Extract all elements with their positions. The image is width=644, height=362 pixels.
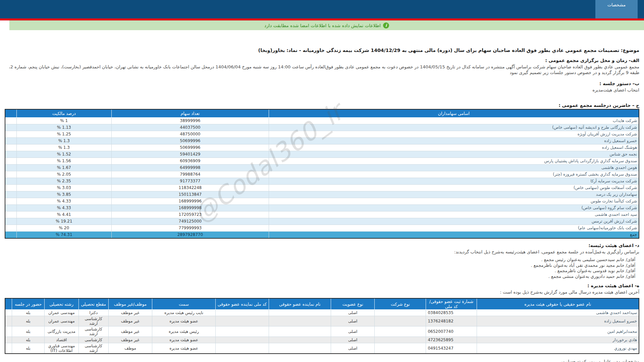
table-cell: % 4.33 (16, 198, 112, 204)
table-cell: 0491543247 (426, 343, 477, 354)
table-cell: % 1.3 (16, 137, 112, 144)
table-cell-empty (5, 218, 16, 225)
table-cell: 44037500 (112, 124, 269, 131)
table-cell: % 1.67 (16, 164, 112, 171)
section-b-title: ب– دستور جلسه : (5, 81, 639, 86)
table-row: شرکت مدیریت ارزش آفرینان آویژه48750000% … (5, 131, 639, 137)
total-label: جمع (269, 231, 639, 238)
table-cell: اصلی (331, 310, 374, 316)
col-membership-type: نوع عضویت (331, 298, 374, 310)
section-e-body: آخرین اعضای هیئت مدیره درسال مالی مورد گ… (5, 289, 639, 295)
section-a-body: مجمع عمومی عادي بطور فوق العاده صاحبان س… (5, 64, 639, 75)
table-cell: سیداحمد احمدي هاشمی (477, 310, 639, 316)
page-content: @Codal360_ir موضوع: تصمیمات مجمع عمومي ع… (0, 48, 644, 362)
table-cell: 1376248182 (426, 316, 477, 326)
table-cell: عضو هیئت مدیره (152, 337, 216, 343)
table-cell: اصلی (331, 337, 374, 343)
table-cell: غیر موظف (108, 326, 152, 337)
table-cell: % 1 (16, 117, 112, 124)
table-cell: % 2.35 (16, 178, 112, 184)
table-cell: 79988764 (112, 171, 269, 178)
table-cell: % 1.56 (16, 158, 112, 164)
table-cell-empty (5, 164, 16, 171)
table-cell: % 4.41 (16, 211, 112, 218)
table-cell: نایب رئیس هیئت مدیره (152, 310, 216, 316)
table-cell-empty (5, 204, 16, 211)
table-cell: کارشناسی ارشد (78, 326, 108, 337)
table-cell: نجمه حق شناس (269, 151, 639, 158)
col-empty (5, 298, 12, 310)
table-cell: % 4.33 (16, 204, 112, 211)
signature-notice-bar: i اطلاعات نمایش داده شده با اطلاعات امضا… (9, 20, 644, 30)
table-cell: % 2.05 (16, 171, 112, 178)
table-cell: مدیریت بازرگانی (44, 326, 78, 337)
table-cell (375, 326, 426, 337)
table-cell: هوشنگ اسمعیل زاده (269, 144, 639, 151)
table-cell (375, 343, 426, 354)
table-cell (269, 343, 331, 354)
table-cell: غیر موظف (108, 316, 152, 326)
table-cell-empty (5, 316, 12, 326)
table-cell-empty (5, 144, 16, 151)
table-cell: 118342248 (112, 184, 269, 191)
table-cell: % 1.3 (16, 144, 112, 151)
table-cell: شرکت آسفالت طوس (سهامی خاص) (269, 184, 639, 191)
total-percent: % 74.31 (16, 231, 112, 238)
table-cell-empty (5, 158, 16, 164)
info-icon: i (383, 22, 389, 28)
table-cell: سید احمد احمدي هاشمی (269, 211, 639, 218)
table-cell: خسرو اسمعیل زاده (477, 316, 639, 326)
table-row: شرکت کیاآسا تجارت طوس168999996% 4.33 (5, 198, 639, 204)
col-executive-status: موظف/غیر موظف (108, 298, 152, 310)
table-cell: عضو هیئت مدیره (152, 316, 216, 326)
table-cell: 749125000 (112, 218, 269, 225)
section-e-title: ه- اعضای هیئت مدیره : (5, 283, 639, 288)
tab-specifications[interactable]: مشخصات (595, 0, 638, 18)
table-cell: 60936909 (112, 158, 269, 164)
col-ownership-percent: درصد مالکیت (16, 109, 112, 117)
table-cell: صندوق سرمایه گذاري بازارگردانی پاداش پشت… (269, 158, 639, 164)
table-row: محمدابراهیم امین0652007740اصلیرئیس هیئت … (5, 326, 639, 337)
table-row: سید احمد احمدي هاشمی172059723% 4.41 (5, 211, 639, 218)
table-cell-empty (5, 131, 16, 137)
total-row: جمع 2897928770 % 74.31 (5, 231, 639, 238)
table-cell-empty (5, 326, 12, 337)
table-cell: شرکت مدیریت سرمایه آرکا (269, 178, 639, 184)
table-cell-empty (5, 343, 12, 354)
table-cell: عضو هیئت مدیره (152, 343, 216, 354)
table-row: سهامداران زیر یک درصد150113847% 3.85 (5, 191, 639, 198)
table-cell: هومن احمدي هاشمی (269, 164, 639, 171)
table-cell (216, 343, 269, 354)
table-cell: اقتصاد (44, 337, 78, 343)
table-row: نجمه حق شناس59401429% 1.52 (5, 151, 639, 158)
table-cell: صندوق سرمایه گذاري بخشی گستره فیروزه (چت… (269, 171, 639, 178)
table-cell: غیر موظف (108, 310, 152, 316)
table-cell: مهندسی فناوري اطلاعات (IT) (44, 343, 78, 354)
table-cell: محمدابراهیم امین (477, 326, 639, 337)
member-line: آقای/ خانم حمید دادپوري به‌عنوان منشی مج… (5, 274, 635, 280)
member-line: آقای/ خانم نوید قدوسی به‌عنوان ناظرمجمع … (5, 268, 635, 274)
table-cell (269, 337, 331, 343)
section-d-title: د- اعضای هیئت رئیسه: (5, 243, 639, 248)
table-cell: شرکت بازرگانی طرح و اندیشه آتیه (سهامی خ… (269, 124, 639, 131)
table-cell: 4723625895 (426, 337, 477, 343)
col-education-level: مقطع تحصیلی (78, 298, 108, 310)
table-cell (216, 310, 269, 316)
table-cell: 48750000 (112, 131, 269, 137)
table-cell (216, 316, 269, 326)
table-cell: شرکت هایداب (269, 117, 639, 124)
table-cell (216, 326, 269, 337)
table-cell: مهدي نوروزي (477, 343, 639, 354)
table-cell: شرکت سام گروه (سهامی خاص) (269, 204, 639, 211)
table-cell-empty (5, 178, 16, 184)
table-row: مهدي نوروزي0491543247اصلیعضو هیئت مدیرهم… (5, 343, 639, 354)
table-row: شرکت مدیریت سرمایه آرکا91773377% 2.35 (5, 178, 639, 184)
top-header: مشخصات (0, 0, 644, 18)
table-cell: شرکت ارزش آفرین ترمس (269, 218, 639, 225)
col-share-count: تعداد سهام (112, 109, 269, 117)
table-cell: سهامداران زیر یک درصد (269, 191, 639, 198)
subject-line: موضوع: تصمیمات مجمع عمومي عادي بطور فوق … (5, 48, 639, 53)
table-cell: مهندسی عمران (44, 310, 78, 316)
table-cell: 779999993 (112, 225, 269, 231)
table-cell: 168999998 (112, 204, 269, 211)
